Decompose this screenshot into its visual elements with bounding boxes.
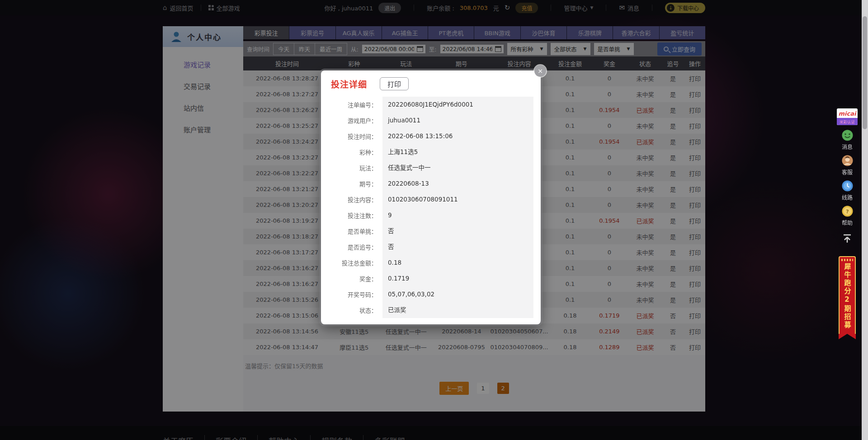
field-label: 投注注数： bbox=[328, 211, 382, 220]
field-value: 2022-06-08 13:15:06 bbox=[382, 128, 533, 144]
modal-field-2: 投注时间：2022-06-08 13:15:06 bbox=[328, 128, 533, 144]
field-value: 05,07,06,03,02 bbox=[382, 286, 533, 302]
field-label: 是否单挑： bbox=[328, 227, 382, 235]
cert-logo: micai bbox=[837, 108, 858, 118]
float-help-label: 帮助 bbox=[842, 219, 853, 226]
modal-field-3: 彩种：上海11选5 bbox=[328, 144, 533, 160]
field-value: 0.1719 bbox=[382, 271, 533, 286]
cert-label: 米彩认证 bbox=[837, 118, 858, 125]
modal-field-1: 游戏用户：juhua0011 bbox=[328, 112, 533, 128]
promo-banner-text: 犀牛跑分2期招募 bbox=[843, 263, 852, 329]
field-label: 奖金： bbox=[328, 274, 382, 283]
field-label: 投注内容： bbox=[328, 195, 382, 204]
field-label: 开奖号码： bbox=[328, 290, 382, 299]
field-value: 否 bbox=[382, 223, 533, 239]
close-icon[interactable]: × bbox=[534, 65, 546, 77]
field-value: 0.18 bbox=[382, 255, 533, 271]
modal-header: 投注详细 打印 bbox=[321, 70, 541, 95]
field-label: 玩法： bbox=[328, 164, 382, 172]
modal-title: 投注详细 bbox=[331, 78, 367, 90]
modal-field-9: 是否追号：否 bbox=[328, 239, 533, 255]
float-lines-label: 线路 bbox=[842, 193, 853, 201]
field-value: 9 bbox=[382, 207, 533, 223]
banner-decoration bbox=[841, 259, 853, 261]
field-label: 注单编号： bbox=[328, 100, 382, 109]
field-label: 游戏用户： bbox=[328, 116, 382, 125]
modal-field-7: 投注注数：9 bbox=[328, 207, 533, 223]
back-to-top-button[interactable] bbox=[842, 233, 853, 246]
field-label: 投注总金额： bbox=[328, 258, 382, 267]
float-messages[interactable]: 消息 bbox=[841, 129, 854, 150]
smiley-icon bbox=[841, 129, 854, 141]
svg-text:?: ? bbox=[846, 209, 849, 215]
float-messages-label: 消息 bbox=[842, 143, 853, 150]
field-label: 期号： bbox=[328, 179, 382, 188]
modal-field-0: 注单编号：202206080J1EQjdPY6d0001 bbox=[328, 97, 533, 112]
field-label: 状态： bbox=[328, 306, 382, 314]
clock-icon bbox=[841, 180, 854, 192]
modal-field-8: 是否单挑：否 bbox=[328, 223, 533, 239]
agent-icon bbox=[841, 154, 854, 167]
float-lines[interactable]: 线路 bbox=[841, 180, 854, 201]
floating-sidebar: micai 米彩认证 消息 客服 线路 ? bbox=[836, 108, 858, 334]
arrow-up-icon bbox=[842, 233, 853, 244]
help-coin-icon: ? bbox=[841, 205, 854, 217]
modal-field-12: 开奖号码：05,07,06,03,02 bbox=[328, 286, 533, 302]
field-label: 投注时间： bbox=[328, 132, 382, 140]
field-value: 上海11选5 bbox=[382, 144, 533, 160]
cert-badge[interactable]: micai 米彩认证 bbox=[837, 108, 858, 125]
scrollbar-track[interactable] bbox=[862, 0, 868, 440]
field-value: 已派奖 bbox=[382, 302, 533, 318]
bet-detail-modal: × 投注详细 打印 注单编号：202206080J1EQjdPY6d0001游戏… bbox=[321, 70, 541, 324]
modal-field-5: 期号：20220608-13 bbox=[328, 176, 533, 192]
print-button[interactable]: 打印 bbox=[380, 77, 409, 90]
modal-field-13: 状态：已派奖 bbox=[328, 302, 533, 318]
float-support-label: 客服 bbox=[842, 168, 853, 176]
field-label: 彩种： bbox=[328, 148, 382, 156]
scrollbar-thumb[interactable] bbox=[863, 16, 867, 129]
field-value: 010203060708091011 bbox=[382, 192, 533, 207]
field-value: 202206080J1EQjdPY6d0001 bbox=[382, 97, 533, 112]
field-value: 否 bbox=[382, 239, 533, 255]
modal-field-6: 投注内容：010203060708091011 bbox=[328, 192, 533, 207]
modal-field-11: 奖金：0.1719 bbox=[328, 271, 533, 286]
field-value: 20220608-13 bbox=[382, 176, 533, 192]
float-support[interactable]: 客服 bbox=[841, 154, 854, 176]
field-label: 是否追号： bbox=[328, 243, 382, 251]
modal-fields: 注单编号：202206080J1EQjdPY6d0001游戏用户：juhua00… bbox=[328, 97, 533, 318]
field-value: 任选复式一中一 bbox=[382, 160, 533, 176]
field-value: juhua0011 bbox=[382, 112, 533, 128]
float-help[interactable]: ? 帮助 bbox=[841, 205, 854, 226]
modal-field-4: 玩法：任选复式一中一 bbox=[328, 160, 533, 176]
promo-banner[interactable]: 犀牛跑分2期招募 bbox=[839, 256, 856, 334]
modal-field-10: 投注总金额：0.18 bbox=[328, 255, 533, 271]
